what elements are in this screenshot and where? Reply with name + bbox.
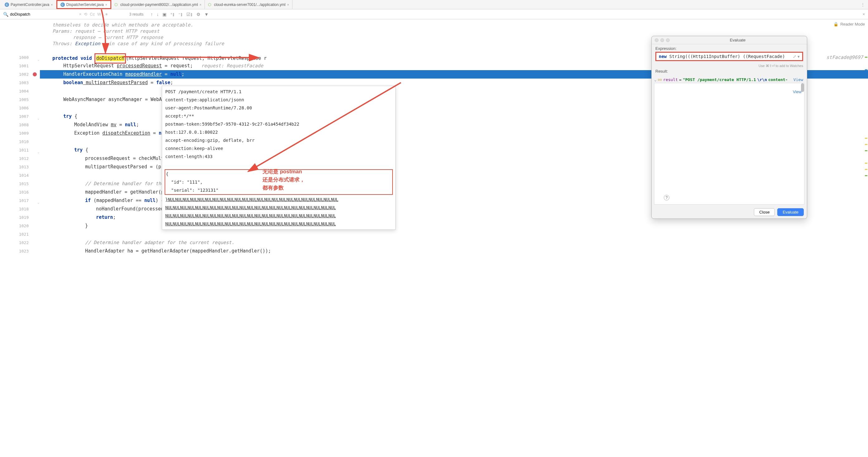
line-number[interactable]: 1019 [0,213,40,222]
line-number[interactable]: 1000⌄ [0,53,40,62]
search-icon: 🔍 [3,12,8,17]
select-all-icon[interactable]: ▣ [162,12,166,17]
tab-label: PaymentController.java [10,2,49,7]
expression-input[interactable]: new String(((Http11InputBuffer) ((Reques… [659,54,793,59]
tab-eureka7001-yml[interactable]: ⬡ cloud-eureka-server7001/.../applicatio… [205,0,292,9]
tab-label: cloud-provider-payment8002/.../applicati… [120,2,198,7]
line-number[interactable]: 1003 [0,79,40,87]
line-number[interactable]: 1015 [0,180,40,188]
line-number[interactable]: 1006 [0,104,40,112]
help-icon[interactable]: ? [664,195,670,201]
yml-file-icon: ⬡ [115,2,119,7]
yml-file-icon: ⬡ [208,2,212,7]
history-icon[interactable]: ⟲ [84,12,87,17]
code-line [40,230,868,239]
code-comment: // Determine handler adapter for the cur… [40,239,868,247]
exception-link[interactable]: Exception [75,41,100,47]
editor-tabs-bar: C PaymentController.java × C DispatcherS… [0,0,868,9]
line-number[interactable]: 1005 [0,95,40,104]
line-number[interactable]: 1022 [0,239,40,247]
words-toggle[interactable]: W [97,12,101,17]
view-link[interactable]: View [793,89,803,94]
settings-icon[interactable]: ⚙ [196,12,200,17]
line-number[interactable]: 1008 [0,121,40,129]
line-number[interactable]: 1023 [0,247,40,255]
close-button[interactable]: Close [754,208,775,216]
line-number[interactable]: 1021 [0,230,40,239]
inline-debug-value: stFacade@9697 [827,53,863,62]
expand-toggle-icon[interactable]: ⌄ [654,77,657,82]
line-number[interactable]: 1001 [0,62,40,70]
line-number-breakpoint[interactable]: 1002 [0,70,40,79]
tab-payment-controller[interactable]: C PaymentController.java × [2,0,56,9]
tab-label: DispatcherServlet.java [66,2,104,7]
line-number[interactable]: 1016 [0,188,40,196]
expression-input-highlight: new String(((Http11InputBuffer) ((Reques… [655,52,803,61]
select-occurrences-icon[interactable]: ☑⫿ [186,12,193,17]
dialog-title: Evaluate [672,38,804,42]
search-results-count: 3 results [129,12,144,17]
expression-label: Expression: [655,46,803,51]
line-number[interactable]: 1018 [0,205,40,213]
line-number[interactable]: 1017⌄ [0,196,40,205]
traffic-light-min[interactable] [660,38,664,42]
line-number[interactable]: 1014 [0,171,40,180]
traffic-light-max[interactable] [666,38,670,42]
regex-toggle[interactable]: .∗ [103,12,108,17]
evaluate-dialog: Evaluate Expression: new String(((Http11… [651,36,807,219]
line-number[interactable]: 1013 [0,163,40,171]
tabs-overflow-icon[interactable]: ⋮ [861,2,868,7]
line-number[interactable]: 1020 [0,222,40,230]
code-line: HandlerAdapter ha = getHandlerAdapter(ma… [40,247,868,255]
expand-icon[interactable]: ⤢ [793,54,796,59]
find-bar: 🔍 × ⟲ Cc W .∗ 3 results ↑ ↓ ▣ ⁺⫿ ⁻⫿ ☑⫿ ⚙… [0,9,868,19]
clear-search-icon[interactable]: × [79,12,82,17]
inline-debug-value: request: RequestFacade [193,63,263,68]
close-icon[interactable]: × [51,3,53,6]
next-match-icon[interactable]: ↓ [156,12,159,17]
minimap[interactable] [864,19,868,457]
dialog-titlebar[interactable]: Evaluate [652,36,807,44]
filter-icon[interactable]: ▼ [204,12,209,17]
line-number[interactable]: 1009 [0,129,40,138]
prev-match-icon[interactable]: ↑ [151,12,153,17]
javadoc-line: themselves to decide which methods are a… [40,21,868,27]
line-number[interactable]: 1011⌄ [0,146,40,154]
match-case-toggle[interactable]: Cc [90,12,95,17]
tab-payment8002-yml[interactable]: ⬡ cloud-provider-payment8002/.../applica… [111,0,205,9]
traffic-light-close[interactable] [655,38,658,42]
tab-label: cloud-eureka-server7001/.../application.… [214,2,285,7]
view-link[interactable]: View [794,77,804,82]
search-input[interactable] [10,12,77,17]
object-id-icon: oo [658,78,662,82]
annotation-text: 无论是 postman 还是分布式请求， 都有参数 [262,168,305,192]
expression-hint: Use ⌘⇧⏎ to add to Watches [652,63,807,69]
close-search-icon[interactable]: × [862,12,865,17]
line-number[interactable]: 1012 [0,154,40,163]
evaluate-button[interactable]: Evaluate [777,208,804,216]
add-selection-icon[interactable]: ⁺⫿ [170,12,175,17]
result-label: Result: [655,69,803,73]
line-number[interactable]: 1007⌄ [0,112,40,121]
line-number[interactable]: 1010 [0,138,40,146]
line-number[interactable]: 1004 [0,87,40,95]
value-tooltip: POST /payment/create HTTP/1.1 content-ty… [162,86,396,230]
java-class-icon: C [61,2,65,7]
dropdown-icon[interactable]: ▾ [798,54,800,59]
close-icon[interactable]: × [287,3,289,6]
close-icon[interactable]: × [199,3,202,6]
javadoc-params: Params: request – current HTTP request [40,27,868,33]
gutter: 1000⌄ 1001 1002 1003 1004 1005 1006 1007… [0,19,40,457]
close-icon[interactable]: × [105,3,107,6]
java-class-icon: C [5,2,9,7]
result-line[interactable]: ⌄ oo result = "POST /payment/create HTTP… [652,77,807,83]
remove-selection-icon[interactable]: ⁻⫿ [178,12,183,17]
result-tree[interactable]: View ? [654,83,804,205]
tab-dispatcher-servlet[interactable]: C DispatcherServlet.java × [56,0,112,9]
